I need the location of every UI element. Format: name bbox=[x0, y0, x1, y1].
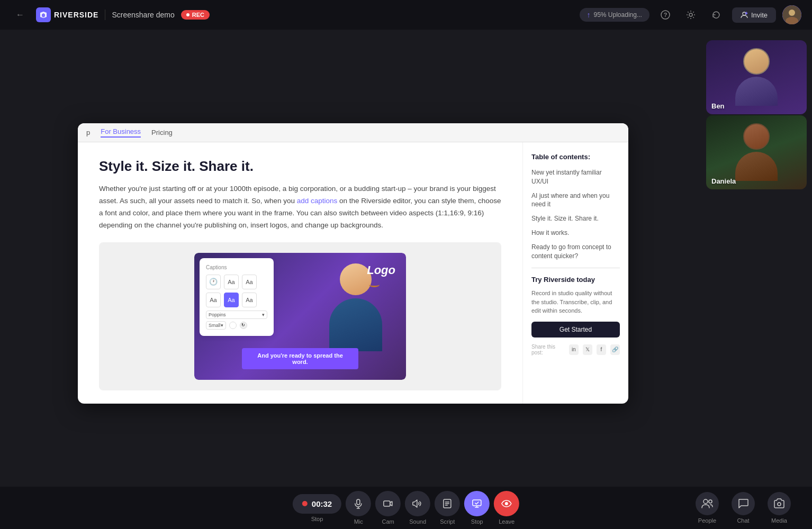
screenshare-area: p For Business Pricing Style it. Size it… bbox=[0, 30, 706, 529]
captions-panel: Captions 🕐 Aa Aa Aa Aa Aa bbox=[200, 258, 274, 336]
toc-item-4[interactable]: Ready to go from concept to content quic… bbox=[531, 243, 620, 261]
toc-item-3[interactable]: How it works. bbox=[531, 229, 620, 238]
chat-icon-container[interactable] bbox=[732, 492, 755, 515]
nav-item-pricing[interactable]: Pricing bbox=[151, 129, 173, 136]
cam-label: Cam bbox=[382, 518, 394, 525]
main-area: p For Business Pricing Style it. Size it… bbox=[0, 30, 812, 529]
riverside-logo-icon bbox=[36, 7, 51, 22]
font-selector[interactable]: Poppins ▾ bbox=[206, 311, 267, 319]
font-option-aa1[interactable]: Aa bbox=[224, 275, 239, 289]
refresh-button[interactable] bbox=[707, 5, 726, 24]
add-captions-link[interactable]: add captions bbox=[297, 197, 339, 205]
leave-group: Leave bbox=[494, 491, 519, 525]
script-button[interactable] bbox=[435, 491, 460, 516]
sound-button[interactable] bbox=[405, 491, 430, 516]
svg-rect-7 bbox=[357, 499, 360, 505]
twitter-share-icon[interactable]: 𝕏 bbox=[583, 344, 592, 355]
svg-point-17 bbox=[703, 499, 708, 504]
link-share-icon[interactable]: 🔗 bbox=[610, 344, 620, 355]
mic-label: Mic bbox=[354, 518, 363, 525]
media-label: Media bbox=[771, 517, 787, 524]
person-smile bbox=[369, 282, 380, 287]
svg-point-5 bbox=[789, 10, 795, 16]
leave-button[interactable] bbox=[494, 491, 519, 516]
color-picker-2[interactable]: ↻ bbox=[240, 322, 247, 329]
settings-button[interactable] bbox=[681, 5, 700, 24]
toc-title: Table of contents: bbox=[531, 153, 620, 161]
font-option-aa4[interactable]: Aa bbox=[242, 293, 257, 307]
toc-divider bbox=[531, 268, 620, 268]
toc-item-1[interactable]: AI just where and when you need it bbox=[531, 191, 620, 209]
logo-overlay: Logo bbox=[367, 263, 395, 277]
sound-label: Sound bbox=[409, 518, 426, 525]
cam-button[interactable] bbox=[375, 491, 401, 516]
invite-label: Invite bbox=[751, 11, 768, 19]
size-selector[interactable]: Small ▾ bbox=[206, 321, 226, 330]
browser-nav: p For Business Pricing bbox=[78, 123, 628, 142]
daniela-head bbox=[743, 123, 770, 150]
script-label: Script bbox=[440, 518, 455, 525]
person-figure bbox=[321, 263, 390, 359]
timer-dot bbox=[302, 501, 308, 506]
image-container: Logo Captions 🕐 Aa Aa bbox=[99, 242, 501, 390]
session-title: Screenshare demo bbox=[112, 11, 174, 19]
cam-group: Cam bbox=[375, 491, 401, 525]
participant-name-daniela: Daniela bbox=[711, 177, 736, 185]
captions-demo: Logo Captions 🕐 Aa Aa bbox=[194, 253, 406, 380]
help-button[interactable]: ? bbox=[656, 5, 675, 24]
font-option-aa2[interactable]: Aa bbox=[242, 275, 257, 289]
facebook-share-icon[interactable]: f bbox=[597, 344, 606, 355]
font-option-aa3[interactable]: Aa bbox=[206, 293, 221, 307]
logo-area: RIVERSIDE bbox=[36, 7, 98, 22]
upload-arrow-icon: ↑ bbox=[587, 11, 591, 19]
article-body: Style it. Size it. Share it. Whether you… bbox=[78, 142, 522, 404]
toc-item-2[interactable]: Style it. Size it. Share it. bbox=[531, 214, 620, 223]
svg-text:?: ? bbox=[664, 12, 667, 18]
browser-window: p For Business Pricing Style it. Size it… bbox=[78, 123, 628, 404]
font-option-aa-selected[interactable]: Aa bbox=[224, 293, 239, 307]
topbar: ← RIVERSIDE Screenshare demo REC ↑ 95% U… bbox=[0, 0, 812, 30]
video-panel-daniela: Daniela bbox=[706, 115, 807, 189]
svg-point-2 bbox=[689, 13, 692, 16]
linkedin-share-icon[interactable]: in bbox=[569, 344, 579, 355]
svg-rect-10 bbox=[384, 501, 390, 506]
svg-point-16 bbox=[505, 502, 508, 505]
back-button[interactable]: ← bbox=[11, 5, 30, 24]
font-option-clock[interactable]: 🕐 bbox=[206, 275, 221, 289]
stop-recording-label: Stop bbox=[311, 516, 323, 522]
ben-head bbox=[743, 48, 770, 75]
user-avatar[interactable] bbox=[782, 5, 801, 24]
rec-dot bbox=[186, 13, 190, 16]
toc-item-0[interactable]: New yet instantly familiar UX/UI bbox=[531, 168, 620, 186]
share-row: Share this post: in 𝕏 f 🔗 bbox=[531, 344, 620, 355]
mic-button[interactable] bbox=[346, 491, 371, 516]
leave-label: Leave bbox=[499, 518, 515, 525]
size-row: Small ▾ ↻ bbox=[206, 321, 267, 330]
invite-button[interactable]: Invite bbox=[732, 7, 776, 23]
ben-figure bbox=[735, 48, 778, 106]
svg-point-19 bbox=[778, 503, 781, 506]
svg-point-3 bbox=[743, 12, 746, 15]
toolbar-center: 00:32 Stop Mic bbox=[293, 491, 519, 525]
people-label: People bbox=[698, 517, 716, 524]
nav-divider bbox=[105, 10, 105, 20]
browser-content: Style it. Size it. Share it. Whether you… bbox=[78, 142, 628, 404]
color-picker[interactable] bbox=[229, 322, 237, 329]
timer-pill: 00:32 bbox=[293, 494, 341, 514]
logo-text: RIVERSIDE bbox=[54, 11, 98, 19]
screenshare-button[interactable] bbox=[464, 491, 490, 516]
people-group: People bbox=[696, 492, 719, 524]
people-icon-container[interactable] bbox=[696, 492, 719, 515]
try-text: Record in studio quality without the stu… bbox=[531, 289, 620, 315]
get-started-button[interactable]: Get Started bbox=[531, 322, 620, 338]
topbar-right: ↑ 95% Uploading... ? bbox=[580, 5, 801, 24]
try-title: Try Riverside today bbox=[531, 276, 620, 284]
nav-item-app[interactable]: p bbox=[86, 129, 90, 136]
chat-group: Chat bbox=[732, 492, 755, 524]
media-icon-container[interactable] bbox=[768, 492, 791, 515]
toolbar-right: People Chat Media bbox=[696, 492, 791, 524]
nav-item-business[interactable]: For Business bbox=[101, 127, 141, 138]
timer-stop-group: 00:32 Stop bbox=[293, 494, 341, 522]
upload-badge: ↑ 95% Uploading... bbox=[580, 8, 649, 22]
caption-overlay: And you're ready to spread the word. bbox=[242, 348, 358, 369]
